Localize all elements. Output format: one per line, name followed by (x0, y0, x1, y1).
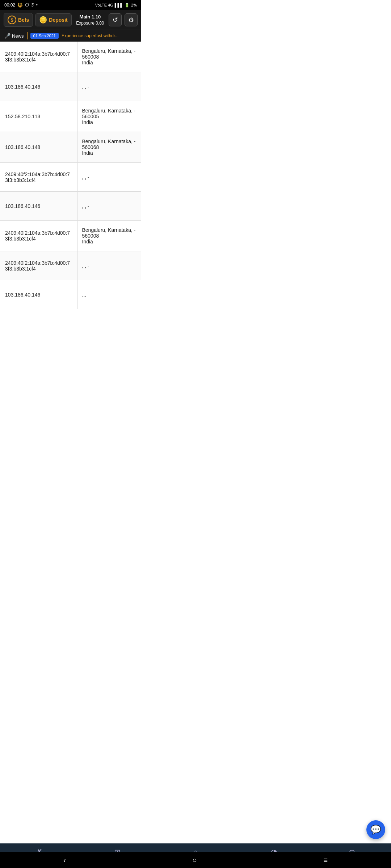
ip-cell: 2409:40f2:104a:3b7b:4d00:73f3:b3b3:1cf4 (0, 251, 78, 280)
bets-label: Bets (18, 17, 29, 23)
location-cell: Bengaluru, Karnataka, - 560008 India (78, 221, 142, 251)
system-navigation: ‹ ○ ≡ (0, 852, 141, 868)
table-row: 152.58.210.113Bengaluru, Karnataka, - 56… (0, 101, 141, 132)
status-time: 00:02 (4, 3, 15, 8)
battery-percent: 2% (131, 3, 137, 7)
ip-cell: 2409:40f2:104a:3b7b:4d00:73f3:b3b3:1cf4 (0, 163, 78, 191)
ip-cell: 103.186.40.148 (0, 132, 78, 162)
table-row: 2409:40f2:104a:3b7b:4d00:73f3:b3b3:1cf4B… (0, 221, 141, 251)
table-row: 2409:40f2:104a:3b7b:4d00:73f3:b3b3:1cf4B… (0, 42, 141, 72)
table-row: 103.186.40.146... (0, 280, 141, 309)
news-text-label: News (12, 33, 24, 39)
bets-button[interactable]: $ Bets (4, 13, 33, 27)
exposure-value: 0.00 (96, 21, 104, 26)
page-content: 2409:40f2:104a:3b7b:4d00:73f3:b3b3:1cf4B… (0, 42, 141, 360)
news-ticker-bar: 🎤 News 01 Sep 2021 Experience superfast … (0, 30, 141, 42)
location-cell: ... (78, 280, 142, 309)
balance-display: Main 1.10 Exposure 0.00 (74, 14, 106, 26)
status-signal-bars: ▌▌▌ (115, 3, 123, 7)
table-row: 103.186.40.148Bengaluru, Karnataka, - 56… (0, 132, 141, 163)
ip-table: 2409:40f2:104a:3b7b:4d00:73f3:b3b3:1cf4B… (0, 42, 141, 309)
bets-icon: $ (8, 16, 16, 24)
location-cell: , , - (78, 72, 142, 101)
status-icons: ⏱ ⏱ • (25, 3, 38, 8)
deposit-label: Deposit (49, 17, 67, 23)
ip-cell: 103.186.40.146 (0, 192, 78, 220)
deposit-button[interactable]: 🪙 Deposit (35, 13, 71, 26)
news-ticker-text: Experience superfast withdr... (62, 33, 118, 38)
app-header: $ Bets 🪙 Deposit Main 1.10 Exposure 0.00… (0, 10, 141, 30)
news-date: 01 Sep 2021 (30, 33, 59, 39)
header-action-icons: ↺ ⚙ (109, 13, 138, 26)
table-row: 2409:40f2:104a:3b7b:4d00:73f3:b3b3:1cf4,… (0, 163, 141, 192)
main-label: Main (80, 14, 91, 20)
status-network: VoLTE 4G (95, 3, 113, 7)
ip-cell: 2409:40f2:104a:3b7b:4d00:73f3:b3b3:1cf4 (0, 42, 78, 72)
location-cell: , , - (78, 192, 142, 220)
ip-cell: 103.186.40.146 (0, 280, 78, 309)
mic-icon: 🎤 (4, 33, 10, 39)
refresh-button[interactable]: ↺ (109, 13, 122, 26)
status-signal-icon: 🔱 (17, 3, 23, 8)
ip-cell: 103.186.40.146 (0, 72, 78, 101)
status-bar: 00:02 🔱 ⏱ ⏱ • VoLTE 4G ▌▌▌ 🔋 2% (0, 0, 141, 10)
settings-button[interactable]: ⚙ (125, 13, 138, 26)
deposit-icon: 🪙 (39, 16, 47, 24)
exposure-label: Exposure (76, 21, 94, 26)
main-value: 1.10 (92, 14, 101, 20)
location-cell: Bengaluru, Karnataka, - 560008 India (78, 42, 142, 72)
location-cell: , , - (78, 163, 142, 191)
table-row: 103.186.40.146, , - (0, 192, 141, 221)
location-cell: , , - (78, 251, 142, 280)
status-battery: 🔋 (125, 3, 130, 8)
back-button[interactable]: ‹ (56, 855, 73, 866)
table-row: 103.186.40.146, , - (0, 72, 141, 101)
ip-cell: 2409:40f2:104a:3b7b:4d00:73f3:b3b3:1cf4 (0, 221, 78, 251)
location-cell: Bengaluru, Karnataka, - 560068 India (78, 132, 142, 162)
table-row: 2409:40f2:104a:3b7b:4d00:73f3:b3b3:1cf4,… (0, 251, 141, 280)
news-label: 🎤 News (3, 32, 28, 39)
location-cell: Bengaluru, Karnataka, - 560005 India (78, 101, 142, 132)
ip-cell: 152.58.210.113 (0, 101, 78, 132)
